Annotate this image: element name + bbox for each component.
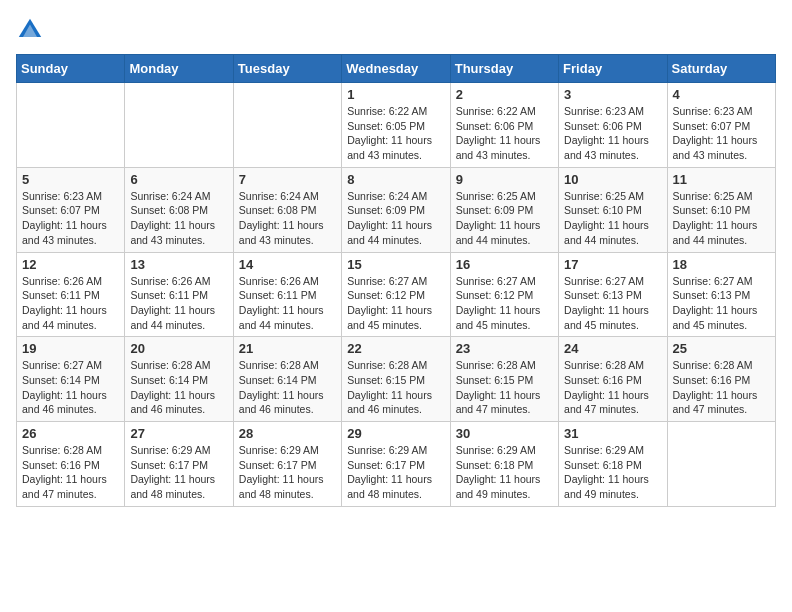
day-info: Sunrise: 6:28 AM Sunset: 6:15 PM Dayligh… bbox=[347, 358, 444, 417]
day-info: Sunrise: 6:22 AM Sunset: 6:06 PM Dayligh… bbox=[456, 104, 553, 163]
day-number: 28 bbox=[239, 426, 336, 441]
day-number: 20 bbox=[130, 341, 227, 356]
day-number: 8 bbox=[347, 172, 444, 187]
day-info: Sunrise: 6:29 AM Sunset: 6:18 PM Dayligh… bbox=[456, 443, 553, 502]
calendar-week-row: 26Sunrise: 6:28 AM Sunset: 6:16 PM Dayli… bbox=[17, 422, 776, 507]
calendar-cell bbox=[125, 83, 233, 168]
calendar-cell: 6Sunrise: 6:24 AM Sunset: 6:08 PM Daylig… bbox=[125, 167, 233, 252]
calendar-cell: 18Sunrise: 6:27 AM Sunset: 6:13 PM Dayli… bbox=[667, 252, 775, 337]
calendar-cell: 23Sunrise: 6:28 AM Sunset: 6:15 PM Dayli… bbox=[450, 337, 558, 422]
calendar-cell: 4Sunrise: 6:23 AM Sunset: 6:07 PM Daylig… bbox=[667, 83, 775, 168]
logo-icon bbox=[16, 16, 44, 44]
calendar-cell: 15Sunrise: 6:27 AM Sunset: 6:12 PM Dayli… bbox=[342, 252, 450, 337]
day-info: Sunrise: 6:27 AM Sunset: 6:12 PM Dayligh… bbox=[347, 274, 444, 333]
day-info: Sunrise: 6:23 AM Sunset: 6:06 PM Dayligh… bbox=[564, 104, 661, 163]
day-number: 13 bbox=[130, 257, 227, 272]
calendar-table: SundayMondayTuesdayWednesdayThursdayFrid… bbox=[16, 54, 776, 507]
day-number: 30 bbox=[456, 426, 553, 441]
day-number: 5 bbox=[22, 172, 119, 187]
day-number: 10 bbox=[564, 172, 661, 187]
day-number: 9 bbox=[456, 172, 553, 187]
day-number: 26 bbox=[22, 426, 119, 441]
day-number: 3 bbox=[564, 87, 661, 102]
calendar-cell: 30Sunrise: 6:29 AM Sunset: 6:18 PM Dayli… bbox=[450, 422, 558, 507]
day-of-week-thursday: Thursday bbox=[450, 55, 558, 83]
day-number: 1 bbox=[347, 87, 444, 102]
calendar-cell: 19Sunrise: 6:27 AM Sunset: 6:14 PM Dayli… bbox=[17, 337, 125, 422]
day-info: Sunrise: 6:25 AM Sunset: 6:09 PM Dayligh… bbox=[456, 189, 553, 248]
calendar-cell: 10Sunrise: 6:25 AM Sunset: 6:10 PM Dayli… bbox=[559, 167, 667, 252]
day-info: Sunrise: 6:23 AM Sunset: 6:07 PM Dayligh… bbox=[673, 104, 770, 163]
day-info: Sunrise: 6:29 AM Sunset: 6:17 PM Dayligh… bbox=[347, 443, 444, 502]
day-info: Sunrise: 6:29 AM Sunset: 6:17 PM Dayligh… bbox=[239, 443, 336, 502]
day-number: 11 bbox=[673, 172, 770, 187]
calendar-week-row: 1Sunrise: 6:22 AM Sunset: 6:05 PM Daylig… bbox=[17, 83, 776, 168]
calendar-cell: 13Sunrise: 6:26 AM Sunset: 6:11 PM Dayli… bbox=[125, 252, 233, 337]
calendar-cell: 28Sunrise: 6:29 AM Sunset: 6:17 PM Dayli… bbox=[233, 422, 341, 507]
day-info: Sunrise: 6:26 AM Sunset: 6:11 PM Dayligh… bbox=[239, 274, 336, 333]
calendar-cell bbox=[233, 83, 341, 168]
calendar-cell: 5Sunrise: 6:23 AM Sunset: 6:07 PM Daylig… bbox=[17, 167, 125, 252]
calendar-cell: 2Sunrise: 6:22 AM Sunset: 6:06 PM Daylig… bbox=[450, 83, 558, 168]
day-of-week-monday: Monday bbox=[125, 55, 233, 83]
day-number: 22 bbox=[347, 341, 444, 356]
day-number: 27 bbox=[130, 426, 227, 441]
day-of-week-sunday: Sunday bbox=[17, 55, 125, 83]
calendar-cell: 29Sunrise: 6:29 AM Sunset: 6:17 PM Dayli… bbox=[342, 422, 450, 507]
day-of-week-saturday: Saturday bbox=[667, 55, 775, 83]
calendar-cell: 14Sunrise: 6:26 AM Sunset: 6:11 PM Dayli… bbox=[233, 252, 341, 337]
day-of-week-wednesday: Wednesday bbox=[342, 55, 450, 83]
day-info: Sunrise: 6:28 AM Sunset: 6:16 PM Dayligh… bbox=[22, 443, 119, 502]
day-info: Sunrise: 6:24 AM Sunset: 6:09 PM Dayligh… bbox=[347, 189, 444, 248]
day-number: 12 bbox=[22, 257, 119, 272]
calendar-week-row: 12Sunrise: 6:26 AM Sunset: 6:11 PM Dayli… bbox=[17, 252, 776, 337]
calendar-cell: 17Sunrise: 6:27 AM Sunset: 6:13 PM Dayli… bbox=[559, 252, 667, 337]
calendar-cell: 12Sunrise: 6:26 AM Sunset: 6:11 PM Dayli… bbox=[17, 252, 125, 337]
day-info: Sunrise: 6:28 AM Sunset: 6:16 PM Dayligh… bbox=[673, 358, 770, 417]
calendar-cell: 24Sunrise: 6:28 AM Sunset: 6:16 PM Dayli… bbox=[559, 337, 667, 422]
day-info: Sunrise: 6:24 AM Sunset: 6:08 PM Dayligh… bbox=[130, 189, 227, 248]
calendar-cell: 3Sunrise: 6:23 AM Sunset: 6:06 PM Daylig… bbox=[559, 83, 667, 168]
calendar-cell: 7Sunrise: 6:24 AM Sunset: 6:08 PM Daylig… bbox=[233, 167, 341, 252]
calendar-cell: 21Sunrise: 6:28 AM Sunset: 6:14 PM Dayli… bbox=[233, 337, 341, 422]
day-number: 7 bbox=[239, 172, 336, 187]
day-number: 4 bbox=[673, 87, 770, 102]
calendar-cell: 20Sunrise: 6:28 AM Sunset: 6:14 PM Dayli… bbox=[125, 337, 233, 422]
day-info: Sunrise: 6:25 AM Sunset: 6:10 PM Dayligh… bbox=[673, 189, 770, 248]
day-info: Sunrise: 6:28 AM Sunset: 6:15 PM Dayligh… bbox=[456, 358, 553, 417]
calendar-cell: 11Sunrise: 6:25 AM Sunset: 6:10 PM Dayli… bbox=[667, 167, 775, 252]
day-info: Sunrise: 6:26 AM Sunset: 6:11 PM Dayligh… bbox=[22, 274, 119, 333]
day-info: Sunrise: 6:28 AM Sunset: 6:14 PM Dayligh… bbox=[239, 358, 336, 417]
day-number: 21 bbox=[239, 341, 336, 356]
calendar-week-row: 5Sunrise: 6:23 AM Sunset: 6:07 PM Daylig… bbox=[17, 167, 776, 252]
day-number: 29 bbox=[347, 426, 444, 441]
day-number: 17 bbox=[564, 257, 661, 272]
day-info: Sunrise: 6:27 AM Sunset: 6:12 PM Dayligh… bbox=[456, 274, 553, 333]
calendar-cell: 22Sunrise: 6:28 AM Sunset: 6:15 PM Dayli… bbox=[342, 337, 450, 422]
day-number: 6 bbox=[130, 172, 227, 187]
day-info: Sunrise: 6:27 AM Sunset: 6:13 PM Dayligh… bbox=[564, 274, 661, 333]
day-number: 15 bbox=[347, 257, 444, 272]
calendar-cell bbox=[17, 83, 125, 168]
day-number: 18 bbox=[673, 257, 770, 272]
day-info: Sunrise: 6:27 AM Sunset: 6:13 PM Dayligh… bbox=[673, 274, 770, 333]
page-header bbox=[16, 16, 776, 44]
day-number: 31 bbox=[564, 426, 661, 441]
day-number: 24 bbox=[564, 341, 661, 356]
day-of-week-friday: Friday bbox=[559, 55, 667, 83]
calendar-header-row: SundayMondayTuesdayWednesdayThursdayFrid… bbox=[17, 55, 776, 83]
day-of-week-tuesday: Tuesday bbox=[233, 55, 341, 83]
calendar-cell: 25Sunrise: 6:28 AM Sunset: 6:16 PM Dayli… bbox=[667, 337, 775, 422]
day-info: Sunrise: 6:29 AM Sunset: 6:17 PM Dayligh… bbox=[130, 443, 227, 502]
calendar-cell: 9Sunrise: 6:25 AM Sunset: 6:09 PM Daylig… bbox=[450, 167, 558, 252]
day-info: Sunrise: 6:27 AM Sunset: 6:14 PM Dayligh… bbox=[22, 358, 119, 417]
day-info: Sunrise: 6:28 AM Sunset: 6:16 PM Dayligh… bbox=[564, 358, 661, 417]
day-info: Sunrise: 6:29 AM Sunset: 6:18 PM Dayligh… bbox=[564, 443, 661, 502]
day-info: Sunrise: 6:25 AM Sunset: 6:10 PM Dayligh… bbox=[564, 189, 661, 248]
calendar-cell: 27Sunrise: 6:29 AM Sunset: 6:17 PM Dayli… bbox=[125, 422, 233, 507]
day-number: 14 bbox=[239, 257, 336, 272]
day-info: Sunrise: 6:23 AM Sunset: 6:07 PM Dayligh… bbox=[22, 189, 119, 248]
day-number: 23 bbox=[456, 341, 553, 356]
calendar-cell: 16Sunrise: 6:27 AM Sunset: 6:12 PM Dayli… bbox=[450, 252, 558, 337]
day-number: 2 bbox=[456, 87, 553, 102]
